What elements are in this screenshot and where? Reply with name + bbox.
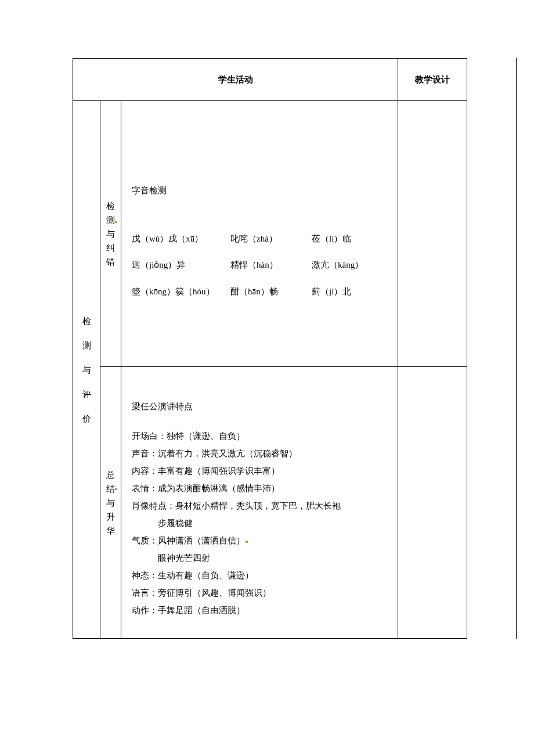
section1-design-cell	[398, 101, 467, 367]
pinyin-cell: 箜（kōng）篌（hóu）	[132, 283, 230, 301]
dot-icon	[246, 541, 248, 543]
detail-line: 开场白：独特（谦逊、自负）	[132, 427, 387, 445]
pinyin-cell: 激亢（kàng）	[312, 256, 387, 275]
activity-header: 学生活动	[73, 59, 398, 101]
detail-line: 声音：沉着有力，洪亮又激亢（沉稳睿智）	[132, 445, 387, 462]
detail-line: 语言：旁征博引（风趣、博闻强识）	[132, 584, 387, 602]
dot-icon	[115, 488, 117, 490]
section1-label: 检测与纠错	[100, 101, 121, 367]
section2-design-cell	[398, 367, 467, 639]
pinyin-cell: 戊（wù）戌（xū）	[132, 230, 230, 249]
section1-title: 字音检测	[132, 182, 387, 200]
right-border-segment	[516, 58, 517, 100]
pinyin-cell: 叱咤（zhà）	[230, 230, 312, 249]
design-header: 教学设计	[398, 59, 467, 101]
detail-line: 表情：成为表演酣畅淋漓（感情丰沛）	[132, 480, 387, 497]
header-row: 学生活动 教学设计	[73, 59, 467, 101]
section2-label: 总结与升华	[100, 367, 121, 639]
section1-content: 字音检测 戊（wù）戌（xū）叱咤（zhà）莅（lì）临迥（jiǒng）异精悍（…	[121, 101, 398, 367]
pinyin-row: 戊（wù）戌（xū）叱咤（zhà）莅（lì）临	[132, 230, 387, 249]
pinyin-row: 迥（jiǒng）异精悍（hàn）激亢（kàng）	[132, 256, 387, 275]
detail-line: 肖像特点：身材短小精悍，秃头顶，宽下巴，肥大长袍	[132, 497, 387, 514]
detail-line: 动作：手舞足蹈（自由洒脱）	[132, 602, 387, 619]
right-border-segment	[516, 362, 517, 639]
main-table: 学生活动 教学设计 检 测 与 评 价 检测与纠错 字音检测 戊（wù）戌（xū…	[73, 58, 467, 639]
left-vertical-label: 检 测 与 评 价	[73, 101, 100, 639]
detail-lines: 开场白：独特（谦逊、自负）声音：沉着有力，洪亮又激亢（沉稳睿智）内容：丰富有趣（…	[132, 427, 387, 619]
section2-row: 总结与升华 梁任公演讲特点 开场白：独特（谦逊、自负）声音：沉着有力，洪亮又激亢…	[73, 367, 467, 639]
detail-line: 步履稳健	[132, 514, 387, 532]
pinyin-cell: 精悍（hàn）	[230, 256, 312, 275]
pinyin-cell: 迥（jiǒng）异	[132, 256, 230, 275]
pinyin-cell: 蓟（jì）北	[312, 283, 387, 301]
section2-title: 梁任公演讲特点	[132, 398, 387, 416]
pinyin-cell: 酣（hān）畅	[230, 283, 312, 301]
pinyin-list: 戊（wù）戌（xū）叱咤（zhà）莅（lì）临迥（jiǒng）异精悍（hàn）激…	[132, 230, 387, 301]
pinyin-cell: 莅（lì）临	[312, 230, 387, 249]
detail-line: 内容：丰富有趣（博闻强识学识丰富）	[132, 462, 387, 480]
pinyin-row: 箜（kōng）篌（hóu）酣（hān）畅蓟（jì）北	[132, 283, 387, 301]
section1-label-text: 检测与纠错	[106, 201, 115, 267]
right-border-segment	[516, 100, 517, 362]
detail-line: 气质：风神潇洒（潇洒自信）	[132, 532, 387, 549]
dot-icon	[115, 221, 117, 223]
detail-line: 神态：生动有趣（自负、谦逊）	[132, 567, 387, 584]
section2-label-text: 总结与升华	[106, 470, 115, 535]
detail-line: 眼神光芒四射	[132, 549, 387, 567]
section2-content: 梁任公演讲特点 开场白：独特（谦逊、自负）声音：沉着有力，洪亮又激亢（沉稳睿智）…	[121, 367, 398, 639]
section1-row: 检 测 与 评 价 检测与纠错 字音检测 戊（wù）戌（xū）叱咤（zhà）莅（…	[73, 101, 467, 367]
